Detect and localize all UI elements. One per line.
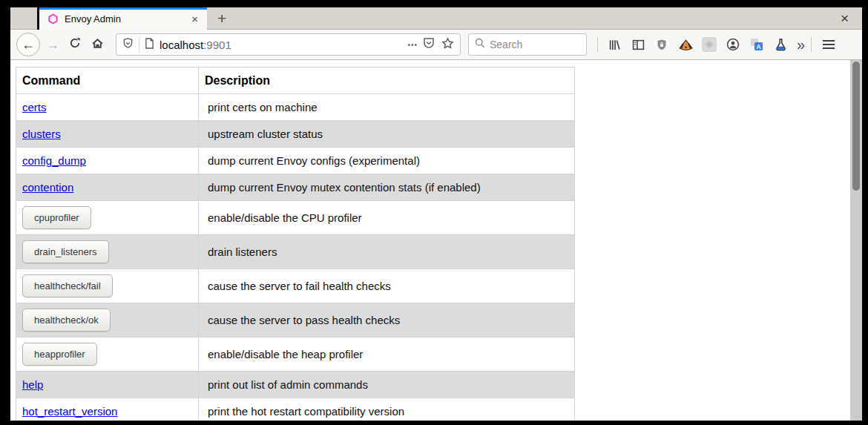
command-button[interactable]: drain_listeners [22,240,109,263]
tab-close-icon[interactable]: × [191,13,198,24]
command-cell: hot_restart_version [16,398,199,421]
back-icon: ← [22,38,35,51]
column-header-description: Description [199,67,575,94]
command-description: print the hot restart compatibility vers… [199,398,575,421]
reload-icon [69,37,81,52]
page-content: Command Description certs print certs on… [10,60,862,421]
back-button[interactable]: ← [16,33,40,56]
reload-button[interactable] [64,33,86,56]
flask-extension-icon[interactable] [773,37,788,52]
command-cell: config_dump [16,148,199,174]
account-icon[interactable] [726,37,740,52]
command-link[interactable]: certs [22,101,47,113]
command-description: enable/disable the heap profiler [199,337,575,372]
tab-title: Envoy Admin [65,13,191,24]
command-description: print out list of admin commands [199,372,575,398]
command-button[interactable]: cpuprofiler [22,206,91,229]
command-button[interactable]: healthcheck/fail [22,274,113,297]
home-button[interactable] [86,33,108,56]
command-cell: cpuprofiler [16,201,199,235]
command-cell: heapprofiler [16,337,199,372]
command-cell: contention [16,174,199,201]
command-cell: healthcheck/ok [16,303,199,337]
envoy-favicon-icon [47,13,59,24]
command-cell: clusters [16,121,199,148]
translate-extension-icon[interactable]: A [749,37,764,52]
command-cell: help [16,372,199,398]
new-tab-button[interactable]: + [217,10,226,26]
scrollbar-thumb[interactable] [852,62,860,191]
page-actions-icon[interactable]: ••• [407,41,418,49]
overflow-chevron-icon[interactable]: » [797,37,805,52]
table-row: drain_listeners drain listeners [16,235,575,269]
tab-envoy-admin[interactable]: Envoy Admin × [39,7,207,30]
table-row: contention dump current Envoy mutex cont… [16,174,575,201]
table-row: clusters upstream cluster status [16,121,575,148]
command-button[interactable]: healthcheck/ok [22,309,111,332]
command-table-body: certs print certs on machine clusters up… [16,94,575,421]
table-row: hot_restart_version print the hot restar… [16,398,575,421]
browser-window: Envoy Admin × + × ← → [0,0,868,425]
command-description: print certs on machine [199,94,575,121]
toolbar-extensions: A » [607,37,805,52]
table-row: certs print certs on machine [16,94,575,121]
command-description: upstream cluster status [199,121,575,148]
search-input[interactable] [490,39,580,50]
table-row: cpuprofiler enable/disable the CPU profi… [16,201,575,235]
protection-badge-icon[interactable] [654,37,669,52]
column-header-command: Command [16,67,199,94]
table-row: help print out list of admin commands [16,372,575,398]
forward-icon: → [46,38,59,51]
command-description: dump current Envoy configs (experimental… [199,148,575,174]
command-description: cause the server to pass health checks [199,303,575,337]
table-row: config_dump dump current Envoy configs (… [16,148,575,174]
pocket-icon[interactable] [423,37,435,52]
table-row: heapprofiler enable/disable the heap pro… [16,337,575,372]
tile-extension-icon[interactable] [702,37,717,52]
command-link[interactable]: hot_restart_version [22,405,117,418]
svg-text:A: A [756,43,760,50]
command-cell: drain_listeners [16,235,199,269]
command-link[interactable]: contention [22,181,73,194]
library-icon[interactable] [607,37,622,52]
badger-extension-icon[interactable] [678,37,693,52]
scrollbar[interactable] [850,60,862,421]
page-info-icon[interactable] [145,38,154,52]
window-close-icon[interactable]: × [841,11,849,25]
command-button[interactable]: heapprofiler [22,343,97,366]
search-icon [475,38,485,51]
url-host: localhost [160,39,203,51]
home-icon [91,37,104,53]
command-description: enable/disable the CPU profiler [199,201,575,235]
tracking-protection-shield-icon[interactable] [122,37,134,52]
url-text[interactable]: localhost:9901 [160,39,402,51]
titlebar-spacer [10,7,37,30]
url-bar[interactable]: localhost:9901 ••• [116,33,461,56]
table-header-row: Command Description [16,67,575,94]
command-description: cause the server to fail health checks [199,269,575,303]
menu-button[interactable] [818,33,840,56]
hamburger-icon [823,44,835,45]
sidebar-toggle-icon[interactable] [631,37,645,52]
command-description: drain listeners [199,235,575,269]
command-cell: healthcheck/fail [16,269,199,303]
command-description: dump current Envoy mutex contention stat… [199,174,575,201]
titlebar: + × [207,7,862,30]
command-link[interactable]: config_dump [22,154,86,167]
active-tab-indicator [39,7,207,10]
search-bar[interactable] [468,33,587,56]
tab-strip: Envoy Admin × + × [10,7,862,30]
command-link[interactable]: clusters [22,128,61,140]
url-port: :9901 [203,39,231,51]
navigation-toolbar: ← → [10,30,862,60]
table-row: healthcheck/fail cause the server to fai… [16,269,575,303]
command-cell: certs [16,94,199,121]
table-row: healthcheck/ok cause the server to pass … [16,303,575,337]
bookmark-star-icon[interactable] [441,37,454,53]
forward-button[interactable]: → [42,33,64,56]
command-link[interactable]: help [22,378,43,391]
admin-commands-table: Command Description certs print certs on… [16,67,575,421]
